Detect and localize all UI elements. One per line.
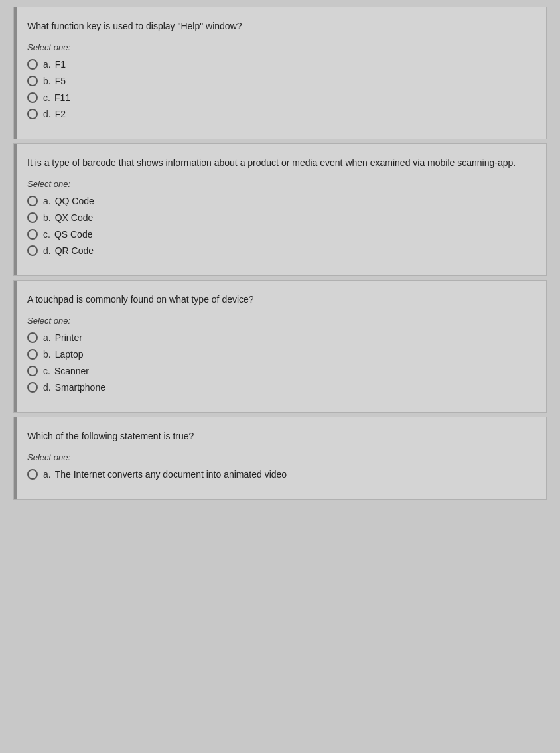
option-text-3-2: Laptop (55, 349, 84, 360)
option-item-2-2[interactable]: b.QX Code (27, 212, 533, 223)
option-item-1-4[interactable]: d.F2 (27, 109, 533, 119)
option-letter-2-3: c. (43, 229, 50, 240)
option-letter-3-1: a. (43, 332, 51, 343)
option-text-1-2: F5 (55, 76, 66, 86)
options-list-3: a.Printerb.Laptopc.Scannerd.Smartphone (27, 332, 533, 393)
radio-1-4[interactable] (27, 109, 38, 119)
options-list-4: a.The Internet converts any document int… (27, 469, 533, 480)
left-bar (14, 281, 17, 412)
option-item-4-1[interactable]: a.The Internet converts any document int… (27, 469, 533, 480)
option-item-1-2[interactable]: b.F5 (27, 76, 533, 86)
option-item-3-2[interactable]: b.Laptop (27, 349, 533, 360)
radio-2-3[interactable] (27, 229, 38, 240)
left-bar (14, 144, 17, 275)
option-item-2-3[interactable]: c.QS Code (27, 229, 533, 240)
select-one-label-3: Select one: (27, 316, 533, 326)
left-bar (14, 417, 17, 499)
option-text-3-3: Scanner (54, 366, 89, 376)
option-text-1-1: F1 (55, 59, 66, 70)
option-item-1-1[interactable]: a.F1 (27, 59, 533, 70)
page-container: What function key is used to display "He… (0, 0, 560, 753)
question-text-1: What function key is used to display "He… (27, 19, 533, 33)
option-text-2-1: QQ Code (55, 196, 94, 206)
question-block-2: It is a type of barcode that shows infor… (13, 143, 547, 276)
option-text-2-2: QX Code (55, 212, 94, 223)
select-one-label-2: Select one: (27, 179, 533, 189)
option-text-3-4: Smartphone (55, 382, 105, 393)
option-letter-2-2: b. (43, 212, 51, 223)
option-text-1-3: F11 (54, 92, 70, 103)
option-text-4-1: The Internet converts any document into … (55, 469, 287, 480)
option-item-3-4[interactable]: d.Smartphone (27, 382, 533, 393)
radio-1-1[interactable] (27, 59, 38, 70)
radio-3-1[interactable] (27, 332, 38, 343)
option-letter-4-1: a. (43, 469, 51, 480)
option-text-3-1: Printer (55, 332, 82, 343)
select-one-label-4: Select one: (27, 452, 533, 462)
radio-4-1[interactable] (27, 469, 38, 480)
radio-3-3[interactable] (27, 366, 38, 376)
option-letter-3-3: c. (43, 366, 50, 376)
option-letter-3-2: b. (43, 349, 51, 360)
option-text-2-4: QR Code (55, 245, 94, 256)
option-letter-2-4: d. (43, 245, 51, 256)
question-text-4: Which of the following statement is true… (27, 429, 533, 443)
options-list-2: a.QQ Codeb.QX Codec.QS Coded.QR Code (27, 196, 533, 256)
radio-2-4[interactable] (27, 245, 38, 256)
question-text-3: A touchpad is commonly found on what typ… (27, 293, 533, 307)
option-item-1-3[interactable]: c.F11 (27, 92, 533, 103)
left-bar (14, 7, 17, 139)
question-text-2: It is a type of barcode that shows infor… (27, 156, 533, 170)
radio-1-2[interactable] (27, 76, 38, 86)
question-block-1: What function key is used to display "He… (13, 7, 547, 139)
option-letter-3-4: d. (43, 382, 51, 393)
option-item-2-1[interactable]: a.QQ Code (27, 196, 533, 206)
question-block-4: Which of the following statement is true… (13, 417, 547, 500)
question-block-3: A touchpad is commonly found on what typ… (13, 280, 547, 413)
option-letter-2-1: a. (43, 196, 51, 206)
option-text-2-3: QS Code (54, 229, 93, 240)
option-letter-1-2: b. (43, 76, 51, 86)
options-list-1: a.F1b.F5c.F11d.F2 (27, 59, 533, 119)
radio-3-4[interactable] (27, 382, 38, 393)
option-item-3-3[interactable]: c.Scanner (27, 366, 533, 376)
radio-2-2[interactable] (27, 212, 38, 223)
radio-3-2[interactable] (27, 349, 38, 360)
radio-2-1[interactable] (27, 196, 38, 206)
option-letter-1-4: d. (43, 109, 51, 119)
option-text-1-4: F2 (55, 109, 66, 119)
option-item-2-4[interactable]: d.QR Code (27, 245, 533, 256)
radio-1-3[interactable] (27, 92, 38, 103)
option-item-3-1[interactable]: a.Printer (27, 332, 533, 343)
option-letter-1-1: a. (43, 59, 51, 70)
option-letter-1-3: c. (43, 92, 50, 103)
select-one-label-1: Select one: (27, 42, 533, 52)
